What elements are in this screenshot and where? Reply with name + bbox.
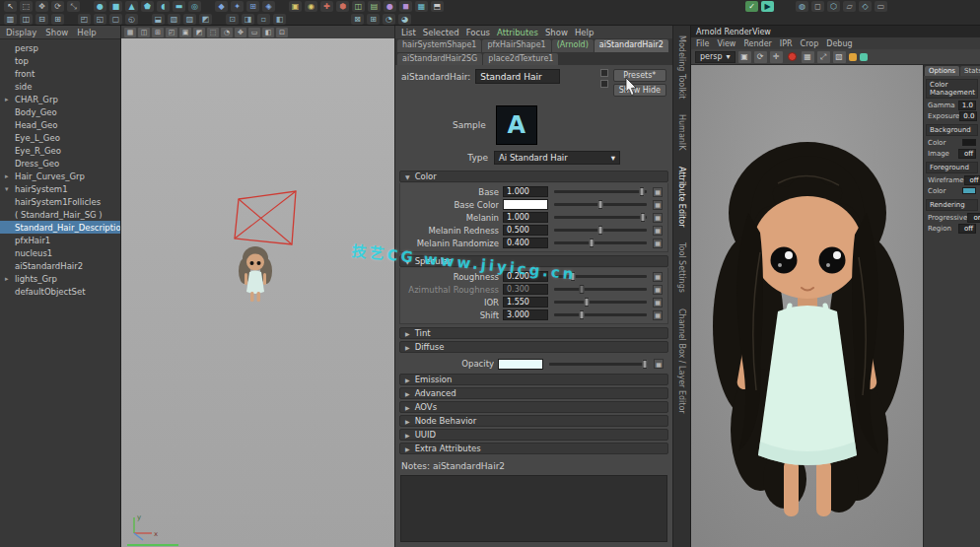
arnold-material-swatch[interactable]: A [496, 105, 537, 145]
expand-arrow-icon[interactable]: ▸ [5, 275, 13, 283]
texture-map-button[interactable]: ▦ [653, 239, 663, 248]
render-view-icon[interactable]: ◉ [305, 1, 317, 12]
snap-grid-icon[interactable]: ⬓ [152, 14, 165, 25]
outliner-item-top[interactable]: top [0, 54, 120, 67]
slider-handle[interactable] [598, 200, 603, 209]
outliner-item-side[interactable]: side [0, 80, 120, 93]
attr-slider[interactable] [554, 190, 647, 193]
slider-handle[interactable] [584, 298, 589, 307]
attr-value-field[interactable]: 1.000 [503, 212, 548, 223]
render-settings-icon[interactable]: ▣ [289, 1, 302, 12]
lattice-icon[interactable]: ◈ [262, 1, 275, 12]
poly-torus-icon[interactable]: ◖ [157, 1, 170, 12]
ae-menu-help[interactable]: Help [575, 28, 594, 36]
viewport-toolbar-icon[interactable]: ▦ [124, 28, 136, 37]
texture-map-button[interactable]: ▦ [653, 226, 663, 236]
move-tool-icon[interactable]: ✥ [35, 1, 48, 12]
camera-lock-icon[interactable]: ◔ [383, 14, 395, 25]
hypershade-icon[interactable]: ● [384, 1, 396, 12]
texture-map-button[interactable]: ▦ [653, 187, 663, 197]
group-header-rendering[interactable]: Rendering [926, 199, 978, 211]
rv-menu-debug[interactable]: Debug [826, 39, 852, 48]
poly-disc-icon[interactable]: ◎ [188, 1, 201, 12]
snap-point-icon[interactable]: ▨ [183, 14, 196, 25]
color-swatch[interactable] [503, 199, 548, 210]
ae-menu-attributes[interactable]: Attributes [497, 28, 538, 36]
attr-slider[interactable] [554, 229, 647, 232]
camera-selector[interactable]: persp ▾ [695, 51, 735, 63]
attr-value-field[interactable]: 0.400 [503, 238, 548, 248]
layout-four-icon[interactable]: ◫ [20, 14, 33, 25]
attr-slider[interactable] [554, 203, 647, 206]
attr-value-field[interactable]: 1.000 [503, 186, 548, 197]
poly-sphere-icon[interactable]: ● [94, 1, 106, 12]
status-teal-icon[interactable] [860, 53, 868, 61]
tab-channel-box[interactable]: Channel Box / Layer Editor [677, 308, 686, 414]
option-value[interactable]: off [958, 149, 976, 159]
attr-slider[interactable] [554, 216, 647, 219]
exposure-icon[interactable]: ◕ [398, 14, 411, 25]
curve-tool-icon[interactable]: ✦ [231, 1, 244, 12]
symmetry-icon[interactable]: ▫ [257, 14, 270, 25]
playblast-icon[interactable]: ⬒ [431, 1, 444, 12]
shelf-extra-icon[interactable]: ▭ [875, 1, 887, 12]
slider-handle[interactable] [570, 272, 575, 281]
selection-gizmo[interactable] [233, 187, 302, 250]
poly-cone-icon[interactable]: ▲ [125, 1, 138, 12]
outliner-item-selected[interactable]: Standard_Hair_Description [0, 221, 120, 234]
tab-arnold[interactable]: (Arnold) [552, 39, 594, 52]
group-header-color-management[interactable]: Color Management [926, 79, 978, 99]
outliner-item-geo[interactable]: Eye_L_Geo [0, 131, 120, 144]
slider-handle[interactable] [598, 226, 603, 235]
viewport-toolbar-icon[interactable]: ⊡ [276, 28, 288, 37]
snapshot-icon[interactable]: ▣ [738, 51, 751, 63]
texture-map-button[interactable]: ▦ [653, 272, 663, 282]
viewport-toolbar-icon[interactable]: ◫ [138, 28, 150, 37]
outliner-item-hairsystem[interactable]: ▾hairSystem1 [0, 182, 120, 195]
tab-aistandardhair[interactable]: aiStandardHair2 [595, 39, 668, 52]
crop-region-icon[interactable]: ✛ [770, 51, 783, 63]
attr-value-field[interactable]: 1.550 [503, 297, 548, 308]
outliner-item-front[interactable]: front [0, 67, 120, 80]
outliner-item-geo[interactable]: Body_Geo [0, 105, 120, 118]
poly-cylinder-icon[interactable]: ⬟ [141, 1, 154, 12]
rv-menu-file[interactable]: File [696, 39, 709, 48]
attr-slider[interactable] [554, 301, 647, 304]
shelf-extra-icon[interactable]: ◇ [859, 1, 872, 12]
status-orange-icon[interactable] [849, 53, 857, 61]
history-icon[interactable]: ⊡ [226, 14, 239, 25]
shelf-extra-icon[interactable]: ◍ [796, 1, 808, 12]
outliner-item-geo[interactable]: Eye_R_Geo [0, 144, 120, 157]
viewport-toolbar-icon[interactable]: ▭ [248, 28, 260, 37]
expand-icon[interactable]: ⤢ [817, 51, 830, 63]
textured-mode-icon[interactable]: ▢ [109, 14, 122, 25]
isolate-icon[interactable]: ▧ [833, 51, 846, 63]
ae-menu-selected[interactable]: Selected [423, 28, 459, 36]
graph-editor-icon[interactable]: ▤ [368, 1, 381, 12]
render-image[interactable] [691, 65, 923, 547]
node-name-input[interactable]: Standard Hair [475, 69, 560, 84]
poly-plane-icon[interactable]: ▬ [173, 1, 185, 12]
tab-humanik[interactable]: HumanIK [677, 114, 686, 150]
option-value[interactable]: 0.0 [959, 111, 977, 121]
viewport-toolbar-icon[interactable]: ◩ [193, 28, 205, 37]
viewport-toolbar-icon[interactable]: ◔ [221, 28, 233, 37]
outliner-item-geo[interactable]: Head_Geo [0, 118, 120, 131]
attr-value-field[interactable]: 0.200 [503, 271, 548, 282]
viewport-toolbar-icon[interactable]: ⊞ [152, 28, 164, 37]
shelf-extra-icon[interactable]: ◻ [811, 1, 824, 12]
shader-icon[interactable]: ⬢ [336, 1, 349, 12]
tab-pfxhairshape[interactable]: pfxHairShape1 [482, 39, 550, 52]
notes-textarea[interactable] [400, 475, 667, 542]
opacity-swatch[interactable] [498, 359, 543, 370]
section-header-advanced[interactable]: ▶ Advanced [399, 387, 668, 399]
group-header-foreground[interactable]: Foreground [926, 162, 978, 173]
confirm-button-icon[interactable]: ✓ [745, 1, 758, 12]
texture-map-button[interactable]: ▦ [653, 298, 663, 308]
option-value[interactable]: on [967, 213, 980, 223]
node-editor-icon[interactable]: ◼ [399, 1, 412, 12]
poly-cube-icon[interactable]: ■ [109, 1, 122, 12]
rv-menu-view[interactable]: View [717, 39, 735, 48]
snap-plane-icon[interactable]: ◩ [199, 14, 212, 25]
attr-slider[interactable] [554, 275, 647, 278]
